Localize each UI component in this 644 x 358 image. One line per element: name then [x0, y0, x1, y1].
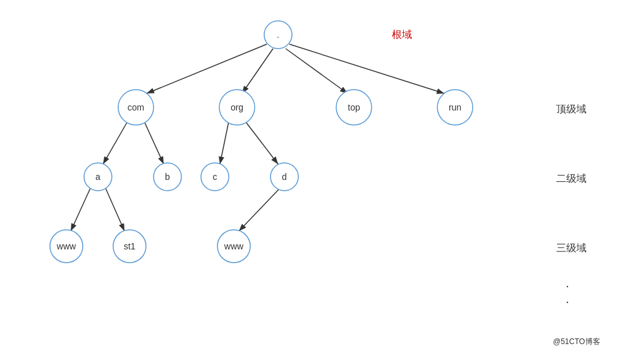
label-root-domain: 根域 — [392, 29, 412, 40]
dot-2: . — [566, 292, 569, 306]
node-root-label: . — [277, 30, 279, 40]
edge-root-com — [147, 44, 267, 93]
node-com-label: com — [128, 102, 144, 112]
node-d-label: d — [282, 172, 287, 182]
dot-1: . — [566, 276, 569, 290]
edge-com-b — [144, 121, 164, 164]
node-run-label: run — [449, 102, 461, 112]
node-st1-label: st1 — [124, 241, 136, 251]
node-top-label: top — [348, 102, 360, 112]
label-third-domain: 三级域 — [556, 242, 586, 253]
node-org-label: org — [231, 102, 243, 112]
edge-d-www2 — [239, 189, 279, 231]
edge-com-a — [103, 121, 128, 164]
watermark: @51CTO博客 — [553, 337, 600, 346]
node-www2-label: www — [224, 241, 244, 251]
label-second-domain: 二级域 — [556, 173, 586, 184]
node-b-label: b — [165, 172, 170, 182]
diagram-container: . com org top run a b c d www st1 www 根域… — [0, 0, 644, 358]
node-www1-label: www — [56, 241, 76, 251]
edge-root-org — [242, 49, 273, 93]
edge-a-st1 — [106, 188, 125, 231]
node-a-label: a — [95, 172, 100, 182]
edge-root-run — [289, 44, 444, 93]
edge-root-top — [286, 49, 348, 93]
edge-a-www1 — [71, 188, 90, 231]
label-top-domain: 顶级域 — [556, 104, 586, 114]
node-c-label: c — [213, 172, 217, 182]
edge-org-c — [220, 121, 229, 164]
edge-org-d — [245, 121, 278, 164]
